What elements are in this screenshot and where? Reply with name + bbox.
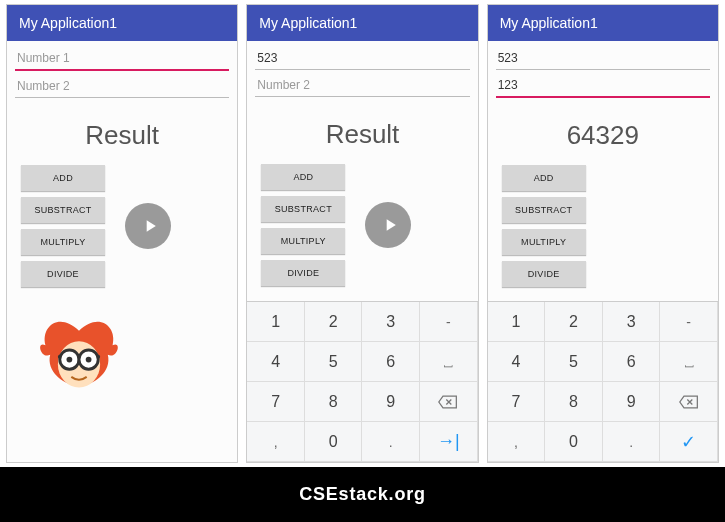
button-area: ADD SUBSTRACT MULTIPLY DIVIDE xyxy=(15,165,229,287)
key-0[interactable]: 0 xyxy=(545,422,603,462)
key-next[interactable]: →| xyxy=(420,422,478,462)
key-9[interactable]: 9 xyxy=(362,382,420,422)
mascot-avatar xyxy=(31,300,127,400)
key-6[interactable]: 6 xyxy=(603,342,661,382)
key-5[interactable]: 5 xyxy=(545,342,603,382)
result-text: Result xyxy=(15,120,229,151)
app-bar: My Application1 xyxy=(247,5,477,41)
key-backspace[interactable] xyxy=(420,382,478,422)
key-backspace[interactable] xyxy=(660,382,718,422)
subtract-button[interactable]: SUBSTRACT xyxy=(21,197,105,223)
phone-screen-3: My Application1 64329 ADD SUBSTRACT MULT… xyxy=(487,4,719,463)
key-done[interactable]: ✓ xyxy=(660,422,718,462)
key-4[interactable]: 4 xyxy=(488,342,546,382)
number2-field[interactable] xyxy=(15,75,229,98)
op-buttons: ADD SUBSTRACT MULTIPLY DIVIDE xyxy=(21,165,105,287)
app-bar: My Application1 xyxy=(7,5,237,41)
app-title: My Application1 xyxy=(19,15,117,31)
op-buttons: ADD SUBSTRACT MULTIPLY DIVIDE xyxy=(502,165,586,287)
key-9[interactable]: 9 xyxy=(603,382,661,422)
numeric-keyboard: 1 2 3 - 4 5 6 ⎵ 7 8 9 , 0 . ✓ xyxy=(488,301,718,462)
input-number-1[interactable] xyxy=(255,47,469,70)
footer-text: CSEstack.org xyxy=(299,484,426,505)
key-7[interactable]: 7 xyxy=(488,382,546,422)
app-title: My Application1 xyxy=(500,15,598,31)
key-period[interactable]: . xyxy=(362,422,420,462)
key-8[interactable]: 8 xyxy=(545,382,603,422)
key-space[interactable]: ⎵ xyxy=(660,342,718,382)
key-3[interactable]: 3 xyxy=(603,302,661,342)
key-comma[interactable]: , xyxy=(488,422,546,462)
number1-field[interactable] xyxy=(15,47,229,71)
subtract-button[interactable]: SUBSTRACT xyxy=(261,196,345,222)
key-7[interactable]: 7 xyxy=(247,382,305,422)
app-bar: My Application1 xyxy=(488,5,718,41)
input-number-1[interactable] xyxy=(496,47,710,70)
divide-button[interactable]: DIVIDE xyxy=(261,260,345,286)
key-4[interactable]: 4 xyxy=(247,342,305,382)
input-number-2[interactable] xyxy=(255,74,469,97)
key-0[interactable]: 0 xyxy=(305,422,363,462)
number2-field[interactable] xyxy=(496,74,710,98)
input-number-1[interactable] xyxy=(15,47,229,71)
multiply-button[interactable]: MULTIPLY xyxy=(502,229,586,255)
key-5[interactable]: 5 xyxy=(305,342,363,382)
key-2[interactable]: 2 xyxy=(545,302,603,342)
key-3[interactable]: 3 xyxy=(362,302,420,342)
number1-field[interactable] xyxy=(496,47,710,70)
number2-field[interactable] xyxy=(255,74,469,97)
phone-screen-1: My Application1 Result ADD SUBSTRACT MUL… xyxy=(6,4,238,463)
phone-row: My Application1 Result ADD SUBSTRACT MUL… xyxy=(0,0,725,467)
phone-screen-2: My Application1 Result ADD SUBSTRACT MUL… xyxy=(246,4,478,463)
input-number-2[interactable] xyxy=(15,75,229,98)
subtract-button[interactable]: SUBSTRACT xyxy=(502,197,586,223)
number1-field[interactable] xyxy=(255,47,469,70)
result-text: 64329 xyxy=(496,120,710,151)
button-area: ADD SUBSTRACT MULTIPLY DIVIDE xyxy=(255,164,469,286)
result-text: Result xyxy=(255,119,469,150)
play-overlay-icon[interactable] xyxy=(365,202,411,248)
key-space[interactable]: ⎵ xyxy=(420,342,478,382)
key-8[interactable]: 8 xyxy=(305,382,363,422)
composite-screenshot: My Application1 Result ADD SUBSTRACT MUL… xyxy=(0,0,725,522)
add-button[interactable]: ADD xyxy=(261,164,345,190)
add-button[interactable]: ADD xyxy=(21,165,105,191)
input-number-2[interactable] xyxy=(496,74,710,98)
button-area: ADD SUBSTRACT MULTIPLY DIVIDE xyxy=(496,165,710,287)
key-1[interactable]: 1 xyxy=(488,302,546,342)
key-6[interactable]: 6 xyxy=(362,342,420,382)
key-2[interactable]: 2 xyxy=(305,302,363,342)
svg-point-5 xyxy=(86,357,92,363)
play-overlay-icon[interactable] xyxy=(125,203,171,249)
op-buttons: ADD SUBSTRACT MULTIPLY DIVIDE xyxy=(261,164,345,286)
numeric-keyboard: 1 2 3 - 4 5 6 ⎵ 7 8 9 , 0 . →| xyxy=(247,301,477,462)
key-comma[interactable]: , xyxy=(247,422,305,462)
svg-point-4 xyxy=(67,357,73,363)
app-title: My Application1 xyxy=(259,15,357,31)
divide-button[interactable]: DIVIDE xyxy=(502,261,586,287)
divide-button[interactable]: DIVIDE xyxy=(21,261,105,287)
multiply-button[interactable]: MULTIPLY xyxy=(261,228,345,254)
key-minus[interactable]: - xyxy=(660,302,718,342)
screen-content: Result ADD SUBSTRACT MULTIPLY DIVIDE xyxy=(247,41,477,301)
key-minus[interactable]: - xyxy=(420,302,478,342)
screen-content: 64329 ADD SUBSTRACT MULTIPLY DIVIDE xyxy=(488,41,718,301)
key-1[interactable]: 1 xyxy=(247,302,305,342)
key-period[interactable]: . xyxy=(603,422,661,462)
add-button[interactable]: ADD xyxy=(502,165,586,191)
footer-banner: CSEstack.org xyxy=(0,467,725,522)
multiply-button[interactable]: MULTIPLY xyxy=(21,229,105,255)
